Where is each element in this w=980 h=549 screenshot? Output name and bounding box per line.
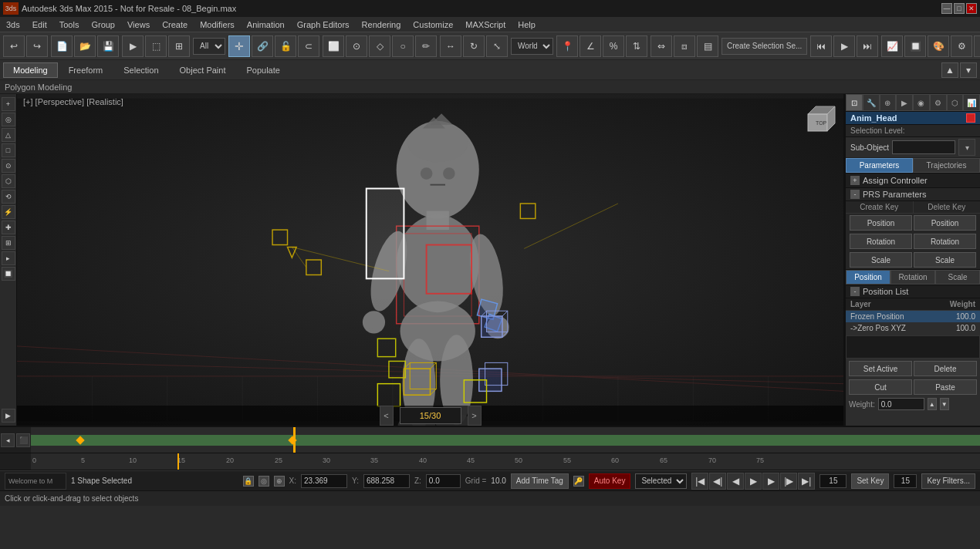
pb-next-frame[interactable]: ▶ — [762, 473, 779, 490]
left-tb-btn-4[interactable]: □ — [2, 143, 15, 157]
rp-icon-extra1[interactable]: ⬡ — [947, 94, 964, 111]
tab-modeling[interactable]: Modeling — [3, 62, 58, 78]
lock-icon[interactable]: 🔒 — [243, 476, 254, 487]
frame-step-input[interactable] — [894, 474, 917, 488]
unlink-button[interactable]: 🔓 — [275, 35, 296, 57]
mirror-button[interactable]: ⇔ — [651, 35, 672, 57]
percent-snap-button[interactable]: % — [603, 35, 624, 57]
auto-key-btn[interactable]: Auto Key — [589, 473, 631, 489]
left-tb-btn-9[interactable]: ✚ — [2, 221, 15, 234]
add-time-tag-btn[interactable]: Add Time Tag — [511, 473, 569, 489]
fence-select-button[interactable]: ◇ — [369, 35, 390, 57]
menu-maxscript[interactable]: MAXScript — [459, 17, 512, 32]
left-tb-btn-11[interactable]: ▸ — [2, 251, 15, 265]
select-object-button[interactable]: ▶ — [122, 35, 144, 57]
delete-scale-key-btn[interactable]: Scale — [914, 252, 976, 268]
tab-populate[interactable]: Populate — [236, 62, 289, 78]
redo-button[interactable]: ↪ — [26, 35, 48, 57]
menu-create[interactable]: Create — [156, 17, 194, 32]
curve-editor-button[interactable]: 📈 — [881, 35, 903, 57]
left-tb-btn-2[interactable]: ◎ — [2, 113, 15, 126]
set-active-btn[interactable]: Set Active — [849, 361, 912, 376]
tab-freeform[interactable]: Freeform — [59, 62, 113, 78]
filter-dropdown[interactable]: All — [193, 38, 225, 55]
timeline-track[interactable] — [31, 427, 980, 453]
delete-position-key-btn[interactable]: Position — [914, 215, 976, 231]
left-tb-btn-6[interactable]: ⬡ — [2, 174, 15, 188]
new-button[interactable]: 📄 — [51, 35, 73, 57]
render-setup-button[interactable]: ⚙ — [951, 35, 972, 57]
sub-object-expand[interactable]: ▾ — [958, 139, 975, 156]
save-button[interactable]: 💾 — [97, 35, 119, 57]
next-frame-btn[interactable]: > — [468, 406, 482, 426]
prs-collapse-btn[interactable]: - — [850, 190, 860, 199]
prev-frame-tb[interactable]: ⏮ — [810, 35, 832, 57]
left-tb-btn-12[interactable]: 🔲 — [2, 267, 15, 281]
y-coord-input[interactable] — [363, 474, 410, 488]
left-tb-btn-play[interactable]: ▶ — [2, 409, 15, 423]
pb-to-start[interactable]: |◀ — [691, 473, 708, 490]
rp-icon-utilities[interactable]: ⚙ — [930, 94, 947, 111]
pb-prev-key[interactable]: ◀| — [709, 473, 726, 490]
rectangle-select-button[interactable]: ⬜ — [323, 35, 344, 57]
x-coord-input[interactable] — [301, 474, 347, 488]
left-tb-btn-10[interactable]: ⊞ — [2, 236, 15, 250]
weight-up-arrow[interactable]: ▲ — [928, 398, 937, 410]
create-rotation-key-btn[interactable]: Rotation — [850, 234, 912, 249]
next-frame-tb[interactable]: ⏭ — [857, 35, 878, 57]
select-button[interactable]: ✛ — [228, 35, 250, 57]
assign-controller-header[interactable]: + Assign Controller — [846, 173, 980, 187]
move-button[interactable]: ↔ — [440, 35, 461, 57]
select-all-button[interactable]: ⊞ — [168, 35, 190, 57]
delete-btn[interactable]: Delete — [914, 361, 977, 376]
spinner-snap-button[interactable]: ⇅ — [626, 35, 647, 57]
viewport[interactable]: [+] [Perspective] [Realistic] TOP — [17, 94, 845, 426]
angle-snap-button[interactable]: ∠ — [580, 35, 601, 57]
rp-icon-display[interactable]: ⊡ — [846, 94, 863, 111]
left-tb-btn-8[interactable]: ⚡ — [2, 205, 15, 219]
list-row-1[interactable]: ->Zero Pos XYZ 100.0 — [846, 322, 980, 334]
ruler-track[interactable]: 0 5 10 15 20 25 30 35 40 45 50 55 60 65 … — [31, 453, 980, 470]
cut-btn[interactable]: Cut — [849, 379, 912, 395]
pb-play[interactable]: ▶ — [745, 473, 762, 490]
left-tb-btn-7[interactable]: ⟲ — [2, 190, 15, 204]
rp-icon-display2[interactable]: ◉ — [913, 94, 930, 111]
menu-tools[interactable]: Tools — [53, 17, 86, 32]
weight-down-arrow[interactable]: ▼ — [940, 398, 949, 410]
left-tb-btn-3[interactable]: △ — [2, 128, 15, 142]
bind-button[interactable]: ⊂ — [298, 35, 319, 57]
select-icon[interactable]: ◎ — [259, 476, 269, 487]
align-button[interactable]: ⧈ — [674, 35, 695, 57]
create-selection-button[interactable]: Create Selection Se... — [721, 38, 807, 55]
paste-btn[interactable]: Paste — [914, 379, 977, 395]
sub-object-field[interactable] — [892, 140, 955, 154]
snap-status-icon[interactable]: ⊕ — [274, 476, 285, 487]
rp-icon-hierarchy[interactable]: ⊕ — [880, 94, 897, 111]
key-filters-btn[interactable]: Key Filters... — [921, 473, 975, 489]
left-tb-btn-1[interactable]: + — [2, 97, 15, 111]
rotate-button[interactable]: ↻ — [463, 35, 485, 57]
list-row-0[interactable]: Frozen Position 100.0 — [846, 311, 980, 323]
ribbon-toggle[interactable]: ▲ — [941, 62, 958, 78]
z-coord-input[interactable] — [426, 474, 461, 488]
nav-cube[interactable]: TOP — [796, 99, 839, 141]
pb-prev-frame[interactable]: ◀ — [727, 473, 744, 490]
menu-modifiers[interactable]: Modifiers — [194, 17, 241, 32]
close-button[interactable]: ✕ — [966, 3, 977, 14]
menu-help[interactable]: Help — [512, 17, 542, 32]
menu-rendering[interactable]: Rendering — [356, 17, 407, 32]
world-dropdown[interactable]: World — [511, 38, 553, 55]
left-tb-btn-5[interactable]: ⊙ — [2, 159, 15, 173]
open-button[interactable]: 📂 — [74, 35, 96, 57]
prs-tab-scale[interactable]: Scale — [935, 270, 980, 285]
link-button[interactable]: 🔗 — [252, 35, 273, 57]
minimize-button[interactable]: — — [941, 3, 952, 14]
create-position-key-btn[interactable]: Position — [850, 215, 912, 231]
tab-parameters[interactable]: Parameters — [846, 158, 913, 173]
menu-customize[interactable]: Customize — [407, 17, 459, 32]
maximize-button[interactable]: □ — [954, 3, 965, 14]
tab-object-paint[interactable]: Object Paint — [170, 62, 236, 78]
layer-button[interactable]: ▤ — [697, 35, 718, 57]
undo-button[interactable]: ↩ — [3, 35, 25, 57]
rp-icon-extra2[interactable]: 📊 — [963, 94, 980, 111]
